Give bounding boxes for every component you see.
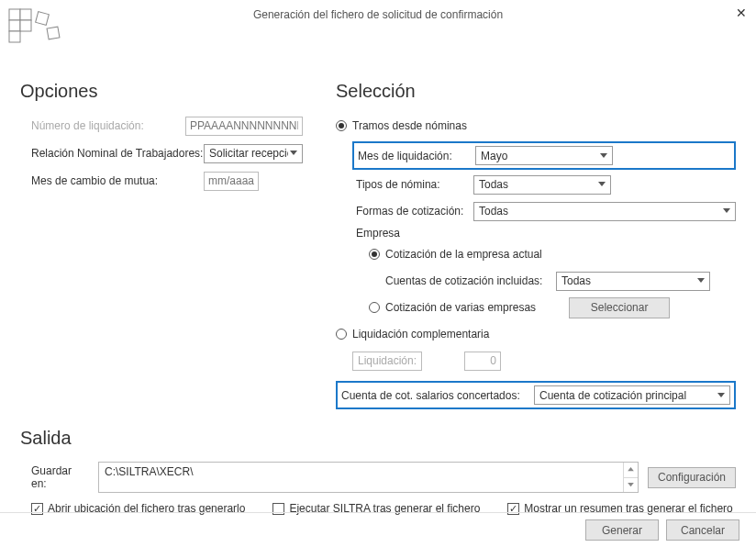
- seleccion-heading: Selección: [336, 81, 736, 102]
- guardar-en-label: Guardar en:: [20, 464, 89, 490]
- window-title: Generación del fichero de solicitud de c…: [253, 8, 503, 21]
- cuenta-cot-salarios-select[interactable]: Cuenta de cotización principal: [534, 385, 730, 405]
- radio-dot-icon: [336, 120, 347, 131]
- chevron-up-icon[interactable]: [624, 463, 638, 478]
- radio-dot-icon: [336, 329, 347, 340]
- svg-rect-6: [47, 27, 60, 39]
- mes-liquidacion-row: Mes de liquidación: Mayo: [352, 141, 736, 170]
- tipos-nomina-select[interactable]: Todas: [473, 175, 611, 195]
- num-liquidacion-label: Número de liquidación:: [20, 119, 185, 132]
- footer: Generar Cancelar: [0, 512, 756, 547]
- radio-dot-icon: [369, 249, 380, 260]
- svg-rect-4: [9, 31, 20, 42]
- cuentas-incluidas-label: Cuentas de cotización incluidas:: [385, 274, 556, 287]
- chevron-down-icon: [597, 147, 610, 164]
- opciones-heading: Opciones: [20, 81, 323, 102]
- chevron-down-icon: [720, 203, 733, 220]
- svg-rect-0: [9, 9, 20, 20]
- radio-liquidacion-complementaria[interactable]: Liquidación complementaria: [336, 328, 489, 340]
- cuenta-cot-salarios-row: Cuenta de cot. salarios concertados: Cue…: [336, 381, 736, 409]
- relacion-nominal-select[interactable]: Solicitar recepció: [204, 144, 303, 163]
- mes-liquidacion-label: Mes de liquidación:: [358, 150, 475, 162]
- radio-dot-icon: [369, 302, 380, 313]
- tipos-nomina-label: Tipos de nómina:: [352, 178, 473, 191]
- empresa-group-label: Empresa: [352, 227, 736, 240]
- configuracion-button[interactable]: Configuración: [648, 467, 736, 488]
- svg-rect-3: [20, 20, 31, 31]
- svg-rect-2: [9, 20, 20, 31]
- cuentas-incluidas-select[interactable]: Todas: [556, 272, 710, 291]
- num-liquidacion-input: [185, 117, 303, 136]
- svg-rect-1: [20, 9, 31, 20]
- mes-liquidacion-select[interactable]: Mayo: [475, 146, 613, 165]
- scroll-spinner[interactable]: [623, 463, 638, 492]
- salida-heading: Salida: [20, 428, 736, 449]
- formas-cotizacion-label: Formas de cotización:: [352, 205, 473, 218]
- radio-tramos-desde-nominas[interactable]: Tramos desde nóminas: [336, 119, 467, 132]
- radio-cotizacion-varias[interactable]: Cotización de varias empresas: [369, 301, 536, 314]
- seleccionar-button[interactable]: Seleccionar: [569, 297, 670, 318]
- app-logo-icon: [7, 7, 62, 53]
- mes-cambio-mutua-input[interactable]: [204, 172, 259, 191]
- titlebar: Generación del fichero de solicitud de c…: [0, 0, 756, 29]
- liquidacion-number: 0: [464, 352, 501, 371]
- liquidacion-label-box: Liquidación:: [352, 352, 422, 371]
- guardar-en-input[interactable]: C:\SILTRA\XECR\: [98, 462, 639, 493]
- relacion-nominal-label: Relación Nominal de Trabajadores:: [20, 147, 204, 160]
- radio-cotizacion-actual[interactable]: Cotización de la empresa actual: [369, 248, 542, 261]
- close-icon[interactable]: ✕: [736, 6, 747, 20]
- chevron-down-icon: [595, 176, 608, 194]
- generar-button[interactable]: Generar: [585, 519, 659, 541]
- cuenta-cot-salarios-label: Cuenta de cot. salarios concertados:: [341, 389, 534, 402]
- svg-rect-5: [36, 12, 50, 26]
- chevron-down-icon[interactable]: [624, 478, 638, 493]
- chevron-down-icon: [288, 145, 300, 162]
- chevron-down-icon: [715, 386, 728, 404]
- formas-cotizacion-select[interactable]: Todas: [473, 202, 736, 221]
- chevron-down-icon: [695, 273, 707, 290]
- cancelar-button[interactable]: Cancelar: [666, 519, 739, 541]
- mes-cambio-mutua-label: Mes de cambio de mutua:: [20, 174, 204, 187]
